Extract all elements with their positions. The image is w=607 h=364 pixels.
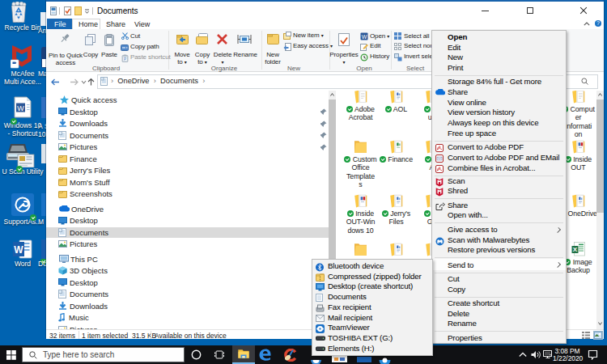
svg-text:W: W <box>362 34 367 40</box>
svg-text:W: W <box>14 244 23 256</box>
svg-text:W: W <box>17 104 24 112</box>
svg-text:P: P <box>124 57 126 61</box>
svg-text:X: X <box>573 246 578 253</box>
